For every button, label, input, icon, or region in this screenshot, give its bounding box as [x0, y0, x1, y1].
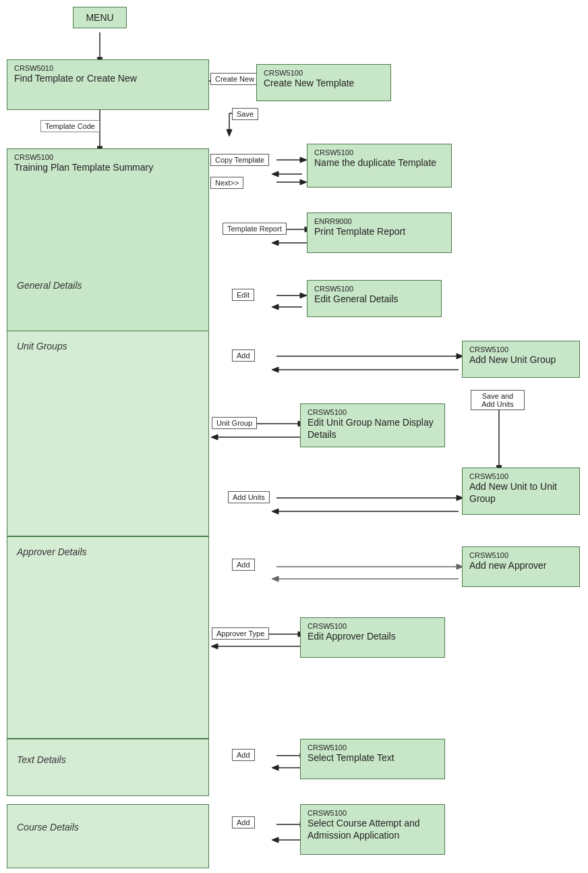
unit-groups-section	[7, 331, 209, 536]
crsw5100-add-unit-title: Add New Unit to Unit Group	[469, 480, 572, 505]
template-code-label: Template Code	[40, 120, 100, 132]
add-unit-group-button[interactable]: Add	[232, 349, 255, 362]
svg-marker-22	[272, 304, 278, 310]
svg-marker-14	[300, 179, 307, 185]
crsw5100-summary-code: CRSW5100	[14, 153, 202, 161]
add-approver-button[interactable]: Add	[232, 559, 255, 571]
next-button[interactable]: Next>>	[210, 177, 243, 189]
crsw5100-add-approver-box: CRSW5100 Add new Approver	[462, 546, 580, 587]
crsw5100-edit-general-title: Edit General Details	[314, 293, 434, 305]
crsw5100-add-unit-box: CRSW5100 Add New Unit to Unit Group	[462, 468, 580, 515]
enrr9000-print-code: ENRR9000	[314, 217, 444, 225]
svg-marker-36	[272, 509, 278, 514]
save-button[interactable]: Save	[232, 108, 258, 120]
svg-marker-40	[272, 576, 278, 582]
crsw5010-find-title: Find Template or Create New	[14, 72, 202, 84]
approver-type-button[interactable]: Approver Type	[212, 627, 269, 640]
crsw5100-create-code: CRSW5100	[264, 69, 384, 77]
approver-details-section	[7, 536, 209, 739]
svg-marker-30	[211, 434, 218, 440]
svg-marker-10	[300, 157, 307, 163]
text-details-label: Text Details	[17, 754, 66, 765]
crsw5100-edit-unit-group-title: Edit Unit Group Name Display Details	[307, 416, 438, 441]
enrr9000-print-box: ENRR9000 Print Template Report	[307, 213, 452, 253]
svg-marker-12	[272, 171, 278, 177]
crsw5100-select-text-box: CRSW5100 Select Template Text	[300, 739, 445, 779]
crsw5100-select-course-code: CRSW5100	[307, 809, 438, 817]
enrr9000-print-title: Print Template Report	[314, 225, 444, 237]
save-add-units-button[interactable]: Save and Add Units	[471, 390, 525, 410]
menu-box: MENU	[73, 7, 127, 28]
course-details-section	[7, 804, 209, 868]
crsw5100-edit-general-code: CRSW5100	[314, 285, 434, 293]
unit-groups-label: Unit Groups	[17, 341, 67, 351]
crsw5100-add-unit-code: CRSW5100	[469, 472, 572, 480]
crsw5100-edit-unit-group-code: CRSW5100	[307, 408, 438, 416]
svg-marker-6	[227, 130, 232, 136]
edit-button[interactable]: Edit	[232, 289, 254, 301]
crsw5100-name-dup-title: Name the duplicate Template	[314, 157, 444, 169]
copy-template-button[interactable]: Copy Template	[210, 154, 269, 166]
crsw5100-create-title: Create New Template	[264, 77, 384, 89]
add-course-button[interactable]: Add	[232, 816, 255, 828]
crsw5100-select-text-code: CRSW5100	[307, 743, 438, 752]
svg-marker-52	[272, 837, 278, 843]
add-text-button[interactable]: Add	[232, 749, 255, 761]
crsw5010-find-code: CRSW5010	[14, 64, 202, 72]
crsw5010-find-box: CRSW5010 Find Template or Create New	[7, 59, 209, 110]
crsw5100-name-dup-code: CRSW5100	[314, 148, 444, 157]
svg-marker-20	[300, 293, 307, 298]
general-details-label: General Details	[17, 280, 82, 291]
crsw5100-add-unit-group-code: CRSW5100	[469, 345, 572, 354]
template-report-button[interactable]: Template Report	[223, 223, 287, 235]
text-details-section	[7, 739, 209, 796]
approver-details-label: Approver Details	[17, 546, 87, 557]
crsw5100-name-dup-box: CRSW5100 Name the duplicate Template	[307, 144, 452, 188]
crsw5100-summary-title: Training Plan Template Summary	[14, 161, 202, 173]
crsw5100-select-course-box: CRSW5100 Select Course Attempt and Admis…	[300, 804, 445, 855]
svg-marker-26	[272, 367, 278, 372]
add-units-button[interactable]: Add Units	[228, 491, 270, 503]
crsw5100-add-unit-group-title: Add New Unit Group	[469, 354, 572, 366]
unit-group-nav-button[interactable]: Unit Group	[212, 417, 257, 429]
crsw5100-edit-unit-group-box: CRSW5100 Edit Unit Group Name Display De…	[300, 403, 445, 447]
crsw5100-edit-approver-box: CRSW5100 Edit Approver Details	[300, 617, 445, 658]
svg-marker-48	[272, 765, 278, 770]
course-details-label: Course Details	[17, 822, 79, 833]
crsw5100-add-approver-title: Add new Approver	[469, 559, 572, 571]
crsw5100-edit-approver-code: CRSW5100	[307, 622, 438, 630]
crsw5100-create-box: CRSW5100 Create New Template	[256, 64, 391, 101]
svg-marker-44	[211, 644, 218, 649]
crsw5100-select-course-title: Select Course Attempt and Admission Appl…	[307, 817, 438, 841]
svg-marker-18	[272, 240, 278, 246]
crsw5100-edit-approver-title: Edit Approver Details	[307, 630, 438, 642]
diagram: MENU CRSW5010 Find Template or Create Ne…	[0, 0, 588, 13]
menu-label: MENU	[86, 12, 113, 23]
crsw5100-edit-general-box: CRSW5100 Edit General Details	[307, 280, 442, 317]
crsw5100-summary-box: CRSW5100 Training Plan Template Summary	[7, 148, 209, 341]
create-new-button[interactable]: Create New	[210, 73, 259, 85]
crsw5100-add-approver-code: CRSW5100	[469, 551, 572, 559]
crsw5100-add-unit-group-box: CRSW5100 Add New Unit Group	[462, 341, 580, 378]
crsw5100-select-text-title: Select Template Text	[307, 752, 438, 764]
